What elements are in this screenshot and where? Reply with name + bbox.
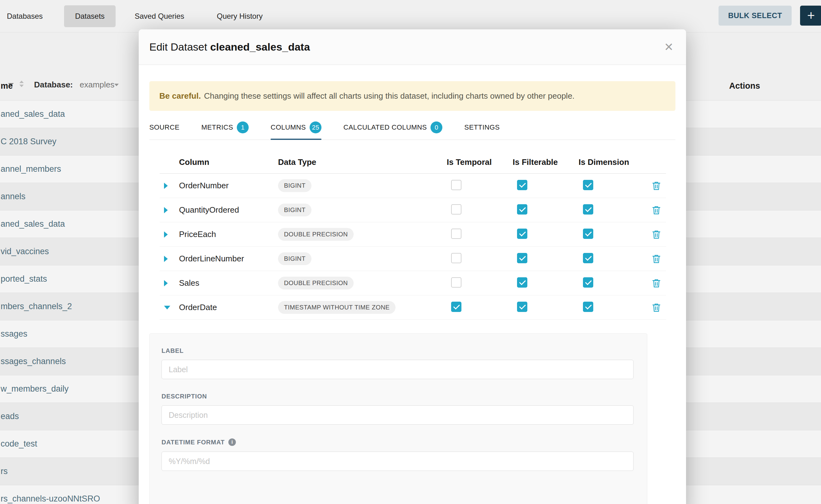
collapse-caret-icon[interactable] [164,306,170,309]
is-filterable-checkbox[interactable] [517,277,527,288]
expand-caret-icon[interactable] [164,280,168,286]
description-input[interactable] [161,405,634,425]
delete-column-icon[interactable] [651,254,662,264]
is-temporal-checkbox[interactable] [451,180,462,190]
column-row: Sales DOUBLE PRECISION [160,271,666,295]
metrics-count-badge: 1 [237,121,249,133]
is-temporal-checkbox[interactable] [451,253,462,263]
tab-label: COLUMNS [270,123,306,131]
data-type-pill: DOUBLE PRECISION [278,277,353,289]
column-name: Sales [179,278,199,288]
calculated-columns-count-badge: 0 [431,121,443,133]
column-row: OrderNumber BIGINT [160,174,666,198]
data-type-pill: BIGINT [278,252,311,265]
tab-calculated-columns[interactable]: CALCULATED COLUMNS 0 [343,117,443,140]
column-name: OrderLineNumber [179,254,244,263]
delete-column-icon[interactable] [651,229,662,240]
expand-caret-icon[interactable] [164,256,168,262]
label-input[interactable] [161,360,634,379]
expand-caret-icon[interactable] [164,231,168,238]
tab-columns[interactable]: COLUMNS 25 [270,117,321,140]
datetime-format-input[interactable] [161,452,634,471]
columns-table: Column Data Type Is Temporal Is Filterab… [160,151,666,320]
tab-label: SETTINGS [464,123,500,131]
close-icon[interactable]: ✕ [664,42,674,53]
column-row: OrderDate TIMESTAMP WITHOUT TIME ZONE [160,295,666,320]
data-type-pill: BIGINT [278,179,311,192]
delete-column-icon[interactable] [651,180,662,191]
columns-table-header: Column Data Type Is Temporal Is Filterab… [160,151,666,174]
is-dimension-checkbox[interactable] [583,180,593,190]
tab-label: CALCULATED COLUMNS [343,123,427,131]
modal-title: Edit Dataset cleaned_sales_data [149,41,310,53]
modal-tabs: SOURCE METRICS 1 COLUMNS 25 CALCULATED C… [149,117,675,140]
column-detail-panel: LABEL DESCRIPTION DATETIME FORMAT [149,333,647,504]
column-row: OrderLineNumber BIGINT [160,247,666,271]
data-type-header: Data Type [278,157,444,167]
delete-column-icon[interactable] [651,278,662,289]
expand-caret-icon[interactable] [164,207,168,213]
is-dimension-checkbox[interactable] [583,229,593,239]
is-filterable-header: Is Filterable [510,157,576,167]
is-dimension-checkbox[interactable] [583,302,593,312]
tab-metrics[interactable]: METRICS 1 [201,117,249,140]
column-name: QuantityOrdered [179,205,239,215]
is-temporal-checkbox[interactable] [451,204,462,215]
is-temporal-checkbox[interactable] [451,302,462,312]
columns-count-badge: 25 [309,121,321,133]
column-header: Column [179,157,278,167]
is-dimension-checkbox[interactable] [583,277,593,288]
info-icon[interactable] [228,438,236,446]
tab-settings[interactable]: SETTINGS [464,117,500,140]
is-filterable-checkbox[interactable] [517,204,527,215]
is-temporal-checkbox[interactable] [451,277,462,288]
label-field-label: LABEL [161,347,633,354]
is-temporal-checkbox[interactable] [451,229,462,239]
column-row: QuantityOrdered BIGINT [160,198,666,222]
datetime-format-label: DATETIME FORMAT [161,438,633,446]
warning-banner: Be careful. Changing these settings will… [149,81,675,111]
delete-column-icon[interactable] [651,302,662,313]
column-name: OrderNumber [179,181,229,190]
data-type-pill: BIGINT [278,204,311,216]
column-row: PriceEach DOUBLE PRECISION [160,222,666,247]
modal-header: Edit Dataset cleaned_sales_data ✕ [139,29,686,65]
modal-body: Be careful. Changing these settings will… [139,65,686,504]
dataset-name: cleaned_sales_data [210,41,310,53]
column-name: OrderDate [179,303,217,312]
data-type-pill: TIMESTAMP WITHOUT TIME ZONE [278,301,395,314]
tab-label: SOURCE [149,123,180,131]
tab-source[interactable]: SOURCE [149,117,180,140]
is-filterable-checkbox[interactable] [517,302,527,312]
is-filterable-checkbox[interactable] [517,253,527,263]
column-name: PriceEach [179,230,216,239]
warning-text: Changing these settings will affect all … [204,91,575,101]
is-dimension-header: Is Dimension [576,157,646,167]
is-dimension-checkbox[interactable] [583,204,593,215]
is-dimension-checkbox[interactable] [583,253,593,263]
is-filterable-checkbox[interactable] [517,180,527,190]
delete-column-icon[interactable] [651,205,662,215]
is-temporal-header: Is Temporal [444,157,510,167]
data-type-pill: DOUBLE PRECISION [278,228,353,241]
is-filterable-checkbox[interactable] [517,229,527,239]
warning-bold-text: Be careful. [159,91,201,101]
expand-caret-icon[interactable] [164,183,168,189]
tab-label: METRICS [201,123,233,131]
edit-dataset-modal: Edit Dataset cleaned_sales_data ✕ Be car… [139,29,686,504]
description-field-label: DESCRIPTION [161,393,633,400]
